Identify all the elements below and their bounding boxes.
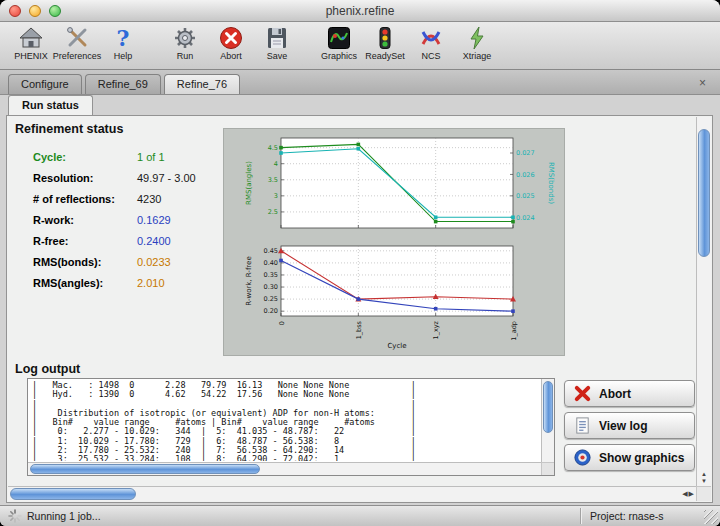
run-button[interactable]: Run [162,25,208,61]
graphics-sphere-icon [573,448,592,467]
tab-close-icon[interactable]: × [699,74,712,94]
toolbar-label: Graphics [321,51,357,61]
log-output-box[interactable]: | Mac. : 1498 0 2.28 79.79 16.13 None No… [27,378,555,476]
stat-row: R-work: 0.1629 [33,209,196,230]
tab-run-status[interactable]: Run status [8,95,93,115]
button-label: Show graphics [599,451,684,465]
main-content: Run status Refinement status Cycle: 1 of… [0,95,720,505]
svg-text:2.5: 2.5 [268,208,278,216]
toolbar-label: PHENIX [14,51,48,61]
toolbar-label: Save [267,51,288,61]
scrollbar-arrow-icons[interactable]: ◀▶ [682,490,695,498]
window-title: phenix.refine [0,4,720,18]
tools-icon [64,25,90,51]
statusbar-divider [580,508,582,524]
view-log-button[interactable]: View log [564,412,695,439]
scrollbar-arrow-icons[interactable]: ▲▼ [697,471,711,487]
traffic-light-icon [372,25,398,51]
log-output-title: Log output [15,362,80,376]
scrollbar-thumb[interactable] [698,129,710,257]
xtriage-button[interactable]: Xtriage [454,25,500,61]
tab-configure[interactable]: Configure [8,74,82,94]
abort-icon [218,25,244,51]
stat-row: # of reflections: 4230 [33,188,196,209]
svg-text:R-work, R-free: R-work, R-free [245,256,253,305]
ncs-icon [418,25,444,51]
svg-text:0.40: 0.40 [264,259,278,267]
stat-row: RMS(angles): 2.010 [33,272,196,293]
stat-value: 0.1629 [137,214,171,226]
scrollbar-thumb[interactable] [543,381,553,433]
svg-text:0.25: 0.25 [264,295,278,303]
scrollbar-thumb[interactable] [30,464,260,474]
toolbar-label: Run [177,51,194,61]
stat-row: Resolution: 49.97 - 3.00 [33,167,196,188]
tab-refine-76[interactable]: Refine_76 [164,74,240,94]
toolbar-label: Help [114,51,133,61]
stat-value: 0.2400 [137,235,171,247]
busy-spinner-icon [8,509,22,523]
toolbar-label: NCS [421,51,440,61]
svg-text:0.026: 0.026 [516,171,535,179]
preferences-button[interactable]: Preferences [54,25,100,61]
save-button[interactable]: Save [254,25,300,61]
toolbar-label: ReadySet [365,51,405,61]
graphics-button[interactable]: Graphics [316,25,362,61]
show-graphics-button[interactable]: Show graphics [564,444,695,471]
panel-horizontal-scrollbar[interactable]: ◀▶ [8,486,697,501]
graphics-icon [326,25,352,51]
toolbar-label: Abort [220,51,242,61]
ncs-button[interactable]: NCS [408,25,454,61]
svg-text:4.5: 4.5 [268,144,278,152]
svg-text:0: 0 [278,321,286,325]
readyset-button[interactable]: ReadySet [362,25,408,61]
stat-value: 1 of 1 [137,151,165,163]
status-bar: Running 1 job... Project: rnase-s [0,505,720,526]
stat-label: Resolution: [33,172,137,184]
stat-row: RMS(bonds): 0.0233 [33,251,196,272]
panel-vertical-scrollbar[interactable]: ▲▼ [696,117,711,487]
stat-value: 4230 [137,193,161,205]
svg-text:4: 4 [274,160,278,168]
refinement-stats: Cycle: 1 of 1 Resolution: 49.97 - 3.00 #… [33,146,196,293]
svg-text:1_xyz: 1_xyz [432,320,440,339]
svg-text:1_adp: 1_adp [510,321,518,341]
home-icon [18,25,44,51]
log-horizontal-scrollbar[interactable] [28,462,542,475]
title-bar: phenix.refine [0,0,720,22]
stat-label: RMS(bonds): [33,256,137,268]
scrollbar-corner [541,462,554,475]
svg-text:3.5: 3.5 [268,176,278,184]
tab-bar: Configure Refine_69 Refine_76 × [0,70,720,95]
xtriage-icon [464,25,490,51]
scrollbar-thumb[interactable] [10,488,136,500]
svg-text:?: ? [117,25,130,51]
abort-toolbar-button[interactable]: Abort [208,25,254,61]
help-button[interactable]: ? Help [100,25,146,61]
document-icon [573,416,592,435]
abort-button[interactable]: Abort [564,380,695,407]
stat-label: Cycle: [33,151,137,163]
phenix-refine-window: phenix.refine PHENIX Preferences ? Help … [0,0,720,526]
gear-icon [172,25,198,51]
tab-refine-69[interactable]: Refine_69 [85,74,161,94]
help-icon: ? [110,25,136,51]
svg-text:3: 3 [274,192,278,200]
svg-text:0.025: 0.025 [516,192,535,200]
svg-text:RMS(angles): RMS(angles) [245,161,253,205]
stat-row: Cycle: 1 of 1 [33,146,196,167]
log-vertical-scrollbar[interactable] [541,379,554,463]
svg-text:0.45: 0.45 [264,247,278,255]
svg-text:0.20: 0.20 [264,307,278,315]
log-text: | Mac. : 1498 0 2.28 79.79 16.13 None No… [32,381,540,461]
resize-grip[interactable] [704,510,718,524]
svg-text:RMS(bonds): RMS(bonds) [547,162,555,204]
button-label: View log [599,419,647,433]
svg-text:Cycle: Cycle [387,342,406,350]
r-factors-chart: 0.200.250.300.350.400.45R-work, R-free01… [225,242,563,354]
phenix-button[interactable]: PHENIX [8,25,54,61]
svg-text:1_bss: 1_bss [355,320,363,339]
svg-text:0.027: 0.027 [516,149,535,157]
stat-label: R-work: [33,214,137,226]
stat-row: R-free: 0.2400 [33,230,196,251]
